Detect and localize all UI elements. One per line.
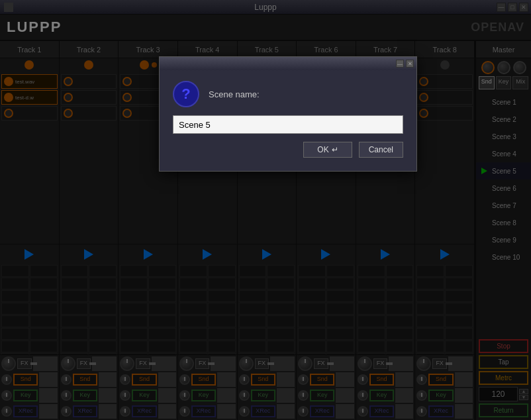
modal-close-button[interactable]: ✕ — [406, 60, 414, 68]
cancel-button[interactable]: Cancel — [359, 142, 403, 158]
modal-buttons: OK ↵ Cancel — [173, 142, 403, 160]
modal-body: ? Scene name: OK ↵ Cancel — [160, 70, 416, 171]
modal-titlebar: — ✕ — [160, 57, 416, 70]
ok-label: OK — [317, 145, 328, 154]
modal-overlay: — ✕ ? Scene name: OK ↵ Cancel — [0, 0, 531, 420]
modal-minimize-button[interactable]: — — [396, 60, 404, 68]
question-icon: ? — [173, 81, 199, 107]
scene-name-input[interactable] — [173, 115, 403, 134]
modal-dialog: — ✕ ? Scene name: OK ↵ Cancel — [159, 56, 417, 172]
ok-icon: ↵ — [332, 145, 338, 154]
modal-top-row: ? Scene name: — [173, 81, 403, 107]
ok-button[interactable]: OK ↵ — [303, 142, 352, 158]
scene-name-label: Scene name: — [209, 89, 260, 99]
